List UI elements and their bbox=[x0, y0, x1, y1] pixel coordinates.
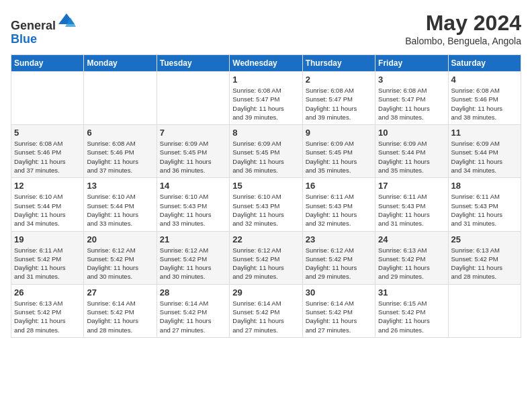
calendar-cell: 30Sunrise: 6:14 AMSunset: 5:42 PMDayligh… bbox=[302, 284, 375, 337]
day-number: 26 bbox=[14, 287, 81, 298]
calendar-cell: 8Sunrise: 6:09 AMSunset: 5:45 PMDaylight… bbox=[230, 125, 302, 178]
day-number: 15 bbox=[232, 181, 299, 191]
day-number: 6 bbox=[87, 128, 153, 138]
day-info: Sunrise: 6:10 AMSunset: 5:43 PMDaylight:… bbox=[232, 192, 299, 228]
day-number: 9 bbox=[306, 128, 372, 138]
day-number: 19 bbox=[14, 234, 81, 244]
calendar-cell bbox=[11, 72, 84, 125]
day-info: Sunrise: 6:08 AMSunset: 5:46 PMDaylight:… bbox=[87, 139, 153, 175]
day-info: Sunrise: 6:09 AMSunset: 5:45 PMDaylight:… bbox=[160, 139, 226, 175]
calendar-cell: 22Sunrise: 6:12 AMSunset: 5:42 PMDayligh… bbox=[230, 231, 302, 284]
calendar-cell: 27Sunrise: 6:14 AMSunset: 5:42 PMDayligh… bbox=[84, 284, 157, 337]
calendar-cell: 19Sunrise: 6:11 AMSunset: 5:42 PMDayligh… bbox=[11, 231, 84, 284]
calendar-cell: 3Sunrise: 6:08 AMSunset: 5:47 PMDaylight… bbox=[375, 72, 448, 125]
calendar-cell: 16Sunrise: 6:11 AMSunset: 5:43 PMDayligh… bbox=[302, 178, 375, 231]
day-number: 4 bbox=[451, 75, 518, 85]
day-info: Sunrise: 6:08 AMSunset: 5:46 PMDaylight:… bbox=[14, 139, 81, 175]
day-number: 21 bbox=[160, 234, 226, 244]
calendar-cell: 31Sunrise: 6:15 AMSunset: 5:42 PMDayligh… bbox=[375, 284, 448, 337]
day-number: 10 bbox=[378, 128, 445, 138]
day-info: Sunrise: 6:12 AMSunset: 5:42 PMDaylight:… bbox=[232, 246, 299, 281]
day-number: 1 bbox=[232, 75, 299, 85]
weekday-header-monday: Monday bbox=[84, 55, 157, 72]
day-number: 20 bbox=[87, 234, 153, 244]
day-info: Sunrise: 6:11 AMSunset: 5:42 PMDaylight:… bbox=[14, 246, 81, 281]
day-info: Sunrise: 6:09 AMSunset: 5:44 PMDaylight:… bbox=[451, 139, 518, 175]
calendar-cell: 18Sunrise: 6:11 AMSunset: 5:43 PMDayligh… bbox=[448, 178, 521, 231]
day-info: Sunrise: 6:14 AMSunset: 5:42 PMDaylight:… bbox=[306, 299, 372, 334]
calendar-cell: 14Sunrise: 6:10 AMSunset: 5:43 PMDayligh… bbox=[157, 178, 229, 231]
day-info: Sunrise: 6:11 AMSunset: 5:43 PMDaylight:… bbox=[306, 192, 372, 228]
day-info: Sunrise: 6:08 AMSunset: 5:46 PMDaylight:… bbox=[451, 86, 518, 122]
calendar-cell: 26Sunrise: 6:13 AMSunset: 5:42 PMDayligh… bbox=[11, 284, 84, 337]
day-info: Sunrise: 6:12 AMSunset: 5:42 PMDaylight:… bbox=[306, 246, 372, 281]
day-info: Sunrise: 6:08 AMSunset: 5:47 PMDaylight:… bbox=[232, 86, 299, 122]
calendar-cell bbox=[448, 284, 521, 337]
calendar-table: SundayMondayTuesdayWednesdayThursdayFrid… bbox=[11, 54, 521, 338]
location: Balombo, Benguela, Angola bbox=[405, 36, 521, 46]
calendar-cell: 2Sunrise: 6:08 AMSunset: 5:47 PMDaylight… bbox=[302, 72, 375, 125]
day-info: Sunrise: 6:08 AMSunset: 5:47 PMDaylight:… bbox=[378, 86, 445, 122]
calendar-week-3: 12Sunrise: 6:10 AMSunset: 5:44 PMDayligh… bbox=[11, 178, 521, 231]
calendar-cell: 1Sunrise: 6:08 AMSunset: 5:47 PMDaylight… bbox=[230, 72, 302, 125]
weekday-header-row: SundayMondayTuesdayWednesdayThursdayFrid… bbox=[11, 55, 521, 72]
day-info: Sunrise: 6:10 AMSunset: 5:44 PMDaylight:… bbox=[87, 192, 153, 228]
day-number: 8 bbox=[232, 128, 299, 138]
calendar-week-5: 26Sunrise: 6:13 AMSunset: 5:42 PMDayligh… bbox=[11, 284, 521, 337]
logo-general: General bbox=[11, 19, 56, 32]
day-number: 31 bbox=[378, 287, 445, 298]
day-number: 11 bbox=[451, 128, 518, 138]
weekday-header-thursday: Thursday bbox=[302, 55, 375, 72]
day-info: Sunrise: 6:15 AMSunset: 5:42 PMDaylight:… bbox=[378, 299, 445, 334]
calendar-cell: 21Sunrise: 6:12 AMSunset: 5:42 PMDayligh… bbox=[157, 231, 229, 284]
calendar-cell: 9Sunrise: 6:09 AMSunset: 5:45 PMDaylight… bbox=[302, 125, 375, 178]
calendar-cell: 25Sunrise: 6:13 AMSunset: 5:42 PMDayligh… bbox=[448, 231, 521, 284]
day-number: 27 bbox=[87, 287, 153, 298]
day-number: 5 bbox=[14, 128, 81, 138]
day-info: Sunrise: 6:13 AMSunset: 5:42 PMDaylight:… bbox=[451, 246, 518, 281]
day-info: Sunrise: 6:08 AMSunset: 5:47 PMDaylight:… bbox=[306, 86, 372, 122]
day-info: Sunrise: 6:12 AMSunset: 5:42 PMDaylight:… bbox=[160, 246, 226, 281]
weekday-header-friday: Friday bbox=[375, 55, 448, 72]
page-header: General Blue May 2024 Balombo, Benguela,… bbox=[11, 11, 521, 46]
day-number: 22 bbox=[232, 234, 299, 244]
day-info: Sunrise: 6:09 AMSunset: 5:44 PMDaylight:… bbox=[378, 139, 445, 175]
day-number: 14 bbox=[160, 181, 226, 191]
calendar-week-2: 5Sunrise: 6:08 AMSunset: 5:46 PMDaylight… bbox=[11, 125, 521, 178]
day-info: Sunrise: 6:12 AMSunset: 5:42 PMDaylight:… bbox=[87, 246, 153, 281]
day-info: Sunrise: 6:14 AMSunset: 5:42 PMDaylight:… bbox=[232, 299, 299, 334]
logo: General Blue bbox=[11, 11, 76, 46]
logo-icon bbox=[57, 11, 76, 30]
day-number: 18 bbox=[451, 181, 518, 191]
day-info: Sunrise: 6:09 AMSunset: 5:45 PMDaylight:… bbox=[306, 139, 372, 175]
day-info: Sunrise: 6:09 AMSunset: 5:45 PMDaylight:… bbox=[232, 139, 299, 175]
day-number: 3 bbox=[378, 75, 445, 85]
day-info: Sunrise: 6:11 AMSunset: 5:43 PMDaylight:… bbox=[451, 192, 518, 228]
calendar-week-1: 1Sunrise: 6:08 AMSunset: 5:47 PMDaylight… bbox=[11, 72, 521, 125]
calendar-cell: 17Sunrise: 6:11 AMSunset: 5:43 PMDayligh… bbox=[375, 178, 448, 231]
day-number: 23 bbox=[306, 234, 372, 244]
calendar-cell: 29Sunrise: 6:14 AMSunset: 5:42 PMDayligh… bbox=[230, 284, 302, 337]
calendar-cell bbox=[84, 72, 157, 125]
calendar-cell: 15Sunrise: 6:10 AMSunset: 5:43 PMDayligh… bbox=[230, 178, 302, 231]
weekday-header-tuesday: Tuesday bbox=[157, 55, 229, 72]
day-number: 17 bbox=[378, 181, 445, 191]
weekday-header-wednesday: Wednesday bbox=[230, 55, 302, 72]
day-number: 28 bbox=[160, 287, 226, 298]
calendar-cell: 7Sunrise: 6:09 AMSunset: 5:45 PMDaylight… bbox=[157, 125, 229, 178]
day-number: 29 bbox=[232, 287, 299, 298]
weekday-header-saturday: Saturday bbox=[448, 55, 521, 72]
calendar-cell: 4Sunrise: 6:08 AMSunset: 5:46 PMDaylight… bbox=[448, 72, 521, 125]
calendar-cell: 10Sunrise: 6:09 AMSunset: 5:44 PMDayligh… bbox=[375, 125, 448, 178]
day-number: 16 bbox=[306, 181, 372, 191]
day-number: 12 bbox=[14, 181, 81, 191]
day-info: Sunrise: 6:14 AMSunset: 5:42 PMDaylight:… bbox=[87, 299, 153, 334]
calendar-header: SundayMondayTuesdayWednesdayThursdayFrid… bbox=[11, 55, 521, 72]
calendar-cell: 23Sunrise: 6:12 AMSunset: 5:42 PMDayligh… bbox=[302, 231, 375, 284]
day-info: Sunrise: 6:11 AMSunset: 5:43 PMDaylight:… bbox=[378, 192, 445, 228]
logo-blue: Blue bbox=[11, 32, 37, 46]
day-info: Sunrise: 6:10 AMSunset: 5:44 PMDaylight:… bbox=[14, 192, 81, 228]
calendar-cell: 12Sunrise: 6:10 AMSunset: 5:44 PMDayligh… bbox=[11, 178, 84, 231]
calendar-cell: 5Sunrise: 6:08 AMSunset: 5:46 PMDaylight… bbox=[11, 125, 84, 178]
month-title: May 2024 bbox=[405, 11, 521, 36]
